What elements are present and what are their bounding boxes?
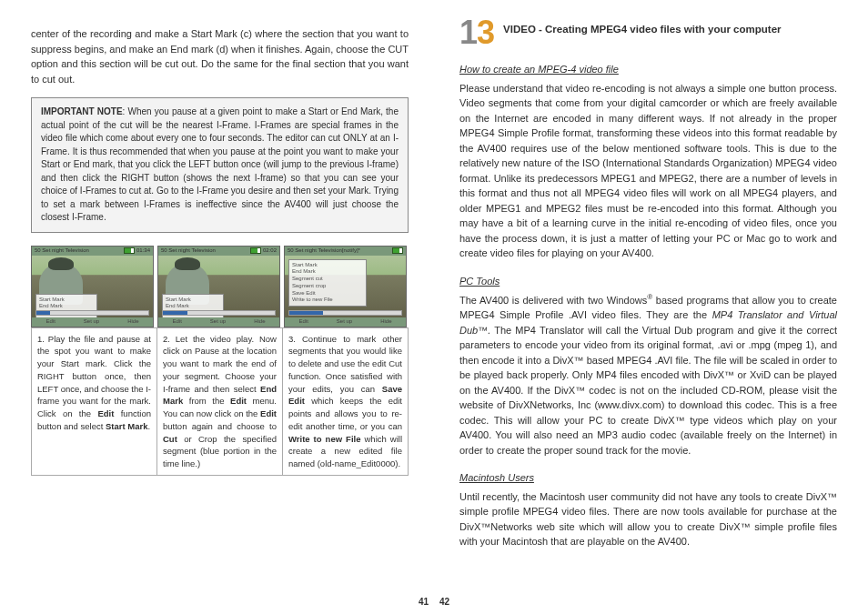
paragraph-3: Until recently, the Macintosh user commu… (459, 489, 837, 549)
note-body: : When you pause at a given point to mak… (41, 106, 399, 222)
thumb2-bottombar: Edit Set up Hide (158, 317, 279, 327)
subhead-2: PC Tools (459, 274, 837, 289)
thumbnail-2: 50 Set night Television 02:02 Start Mark… (157, 246, 280, 327)
steps-row: 1. Play the file and pause at the spot y… (31, 327, 409, 476)
thumb2-title: 50 Set night Television (161, 247, 216, 255)
thumbnail-1: 50 Set night Television 01:34 Start Mark… (31, 246, 154, 327)
thumb1-progress (35, 310, 149, 316)
thumb2-progress (162, 310, 276, 316)
battery-icon: 02:02 (250, 247, 277, 255)
chapter-title: VIDEO - Creating MPEG4 video files with … (503, 22, 781, 37)
thumb3-topbar: 50 Set night Television[notify]* (285, 247, 406, 256)
chapter-number: 13 (459, 16, 494, 49)
thumb3-bottombar: Edit Set up Hide (285, 317, 406, 327)
page-number-left: 41 (419, 595, 429, 609)
note-label: IMPORTANT NOTE (41, 106, 123, 116)
step-2: 2. Let the video play. Now click on Paus… (157, 328, 283, 476)
thumb3-title: 50 Set night Television[notify]* (288, 247, 360, 255)
chapter-header: 13 VIDEO - Creating MPEG4 video files wi… (459, 16, 837, 49)
subhead-3: Macintosh Users (459, 470, 837, 486)
intro-paragraph: center of the recording and make a Start… (31, 26, 409, 86)
subhead-1: How to create an MPEG-4 video file (459, 62, 837, 77)
step-3: 3. Continue to mark other segments that … (283, 328, 409, 476)
thumb1-menu: Start Mark End Mark — (35, 294, 97, 320)
battery-icon (392, 247, 403, 254)
page-number-right: 42 (439, 595, 449, 609)
page-spread: center of the recording and make a Start… (0, 0, 868, 614)
thumb2-topbar: 50 Set night Television 02:02 (158, 247, 279, 256)
thumb3-progress (288, 310, 402, 316)
page-left: center of the recording and make a Start… (0, 0, 434, 614)
thumbnail-3: 50 Set night Television[notify]* Start M… (284, 246, 407, 327)
paragraph-2: The AV400 is delivered with two Windows®… (459, 292, 837, 458)
important-note-box: IMPORTANT NOTE: When you pause at a give… (31, 97, 409, 233)
page-right: 13 VIDEO - Creating MPEG4 video files wi… (434, 0, 868, 614)
paragraph-1: Please understand that video re-encoding… (459, 81, 837, 261)
thumb1-topbar: 50 Set night Television 01:34 (32, 247, 153, 256)
battery-icon: 01:34 (124, 247, 150, 255)
step-1: 1. Play the file and pause at the spot y… (32, 328, 157, 476)
thumb3-menu: Start Mark End Mark Segment cut Segment … (288, 259, 367, 307)
thumbnail-row: 50 Set night Television 01:34 Start Mark… (31, 246, 409, 327)
thumb1-bottombar: Edit Set up Hide (32, 317, 153, 327)
thumb1-title: 50 Set night Television (35, 247, 89, 255)
